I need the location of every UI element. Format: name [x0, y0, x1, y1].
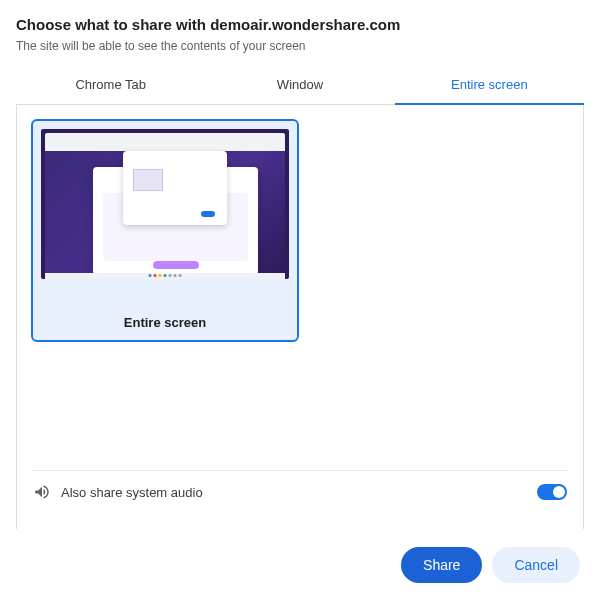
- system-audio-toggle[interactable]: [537, 484, 567, 500]
- system-audio-row: Also share system audio: [31, 470, 569, 515]
- screen-option-label: Entire screen: [41, 315, 289, 330]
- dialog-footer: Share Cancel: [16, 529, 584, 605]
- content-area: Entire screen Also share system audio: [16, 105, 584, 529]
- tab-chrome-tab[interactable]: Chrome Tab: [16, 67, 205, 104]
- screen-share-dialog: Choose what to share with demoair.wonder…: [0, 0, 600, 605]
- dialog-title: Choose what to share with demoair.wonder…: [16, 16, 584, 33]
- share-type-tabs: Chrome Tab Window Entire screen: [16, 67, 584, 105]
- cancel-button[interactable]: Cancel: [492, 547, 580, 583]
- volume-icon: [33, 483, 51, 501]
- tab-window[interactable]: Window: [205, 67, 394, 104]
- screen-thumbnails: Entire screen: [31, 119, 569, 342]
- system-audio-label: Also share system audio: [61, 485, 203, 500]
- dialog-subtitle: The site will be able to see the content…: [16, 39, 584, 53]
- screen-option-entire-screen[interactable]: Entire screen: [31, 119, 299, 342]
- screen-preview: [41, 129, 289, 279]
- tab-entire-screen[interactable]: Entire screen: [395, 67, 584, 104]
- share-button[interactable]: Share: [401, 547, 482, 583]
